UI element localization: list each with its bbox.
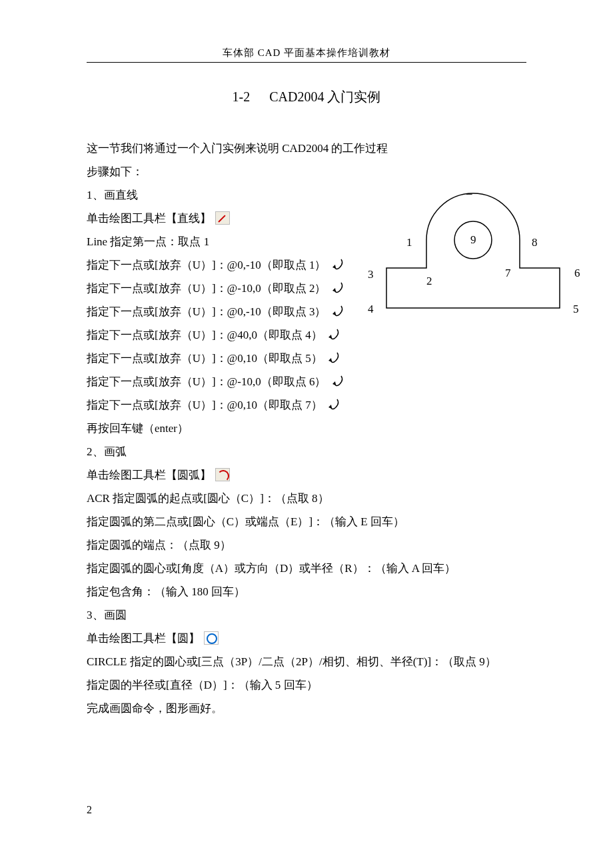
fig-label-1: 1 bbox=[406, 236, 412, 249]
step1-cmd3-text: 指定下一点或[放弃（U）]：@-10,0（即取点 2） bbox=[87, 282, 326, 295]
step2-cmd3: 指定圆弧的端点：（点取 9） bbox=[87, 533, 526, 557]
step2-toolbar-text: 单击绘图工具栏【圆弧】 bbox=[87, 469, 211, 481]
step1-cmd8-text: 指定下一点或[放弃（U）]：@0,10（即取点 7） bbox=[87, 399, 322, 411]
arc-tool-icon bbox=[215, 468, 230, 481]
step2-cmd1: ACR 指定圆弧的起点或[圆心（C）]：（点取 8） bbox=[87, 487, 526, 510]
fig-label-8: 8 bbox=[532, 236, 538, 249]
fig-label-dash: – bbox=[466, 187, 472, 200]
page-number: 2 bbox=[87, 804, 92, 816]
step3-cmd1: CIRCLE 指定的圆心或[三点（3P）/二点（2P）/相切、相切、半径(T)]… bbox=[87, 650, 526, 673]
step2-cmd5: 指定包含角：（输入 180 回车） bbox=[87, 580, 526, 603]
step1-cmd5: 指定下一点或[放弃（U）]：@40,0（即取点 4） bbox=[87, 323, 526, 347]
enter-arrow-icon bbox=[326, 397, 341, 414]
fig-label-7: 7 bbox=[505, 267, 511, 280]
fig-label-3: 3 bbox=[368, 268, 374, 281]
section-title: 1-2 CAD2004 入门实例 bbox=[87, 88, 526, 106]
step2-heading: 2、画弧 bbox=[87, 440, 526, 463]
step1-cmd2-text: 指定下一点或[放弃（U）]：@0,-10（即取点 1） bbox=[87, 259, 326, 271]
step1-toolbar-text: 单击绘图工具栏【直线】 bbox=[87, 212, 211, 225]
step1-cmd6-text: 指定下一点或[放弃（U）]：@0,10（即取点 5） bbox=[87, 352, 322, 365]
intro-line: 这一节我们将通过一个入门实例来说明 CAD2004 的工作过程 bbox=[87, 137, 526, 160]
enter-arrow-icon bbox=[326, 327, 341, 344]
step2-toolbar: 单击绘图工具栏【圆弧】 bbox=[87, 463, 526, 487]
line-tool-icon bbox=[215, 211, 230, 225]
enter-arrow-icon bbox=[330, 373, 345, 391]
circle-tool-icon bbox=[204, 631, 219, 645]
step1-cmd4-text: 指定下一点或[放弃（U）]：@0,-10（即取点 3） bbox=[87, 305, 326, 318]
enter-arrow-icon bbox=[326, 350, 341, 367]
fig-label-2: 2 bbox=[426, 275, 432, 288]
section-title-text: CAD2004 入门实例 bbox=[269, 89, 380, 104]
step3-toolbar: 单击绘图工具栏【圆】 bbox=[87, 627, 526, 650]
cad-figure: – 1 2 3 4 5 6 7 8 9 bbox=[340, 181, 593, 321]
steps-label: 步骤如下： bbox=[87, 160, 526, 183]
step1-cmd7-text: 指定下一点或[放弃（U）]：@-10,0（即取点 6） bbox=[87, 375, 326, 388]
step1-enter: 再按回车键（enter） bbox=[87, 417, 526, 440]
step3-done: 完成画圆命令，图形画好。 bbox=[87, 697, 526, 720]
cad-drawing-svg bbox=[340, 181, 593, 321]
step3-toolbar-text: 单击绘图工具栏【圆】 bbox=[87, 632, 200, 645]
step1-cmd6: 指定下一点或[放弃（U）]：@0,10（即取点 5） bbox=[87, 347, 526, 370]
section-number: 1-2 bbox=[233, 89, 251, 104]
fig-label-5: 5 bbox=[573, 303, 579, 316]
step3-cmd2: 指定圆的半径或[直径（D）]：（输入 5 回车） bbox=[87, 673, 526, 697]
header-text: 车体部 CAD 平面基本操作培训教材 bbox=[87, 47, 526, 59]
step2-cmd4: 指定圆弧的圆心或[角度（A）或方向（D）或半径（R）：（输入 A 回车） bbox=[87, 557, 526, 580]
step3-heading: 3、画圆 bbox=[87, 603, 526, 627]
fig-label-9: 9 bbox=[470, 233, 476, 247]
header-rule bbox=[87, 62, 526, 63]
page-container: 车体部 CAD 平面基本操作培训教材 1-2 CAD2004 入门实例 这一节我… bbox=[0, 0, 613, 720]
fig-label-4: 4 bbox=[368, 303, 374, 316]
step1-cmd7: 指定下一点或[放弃（U）]：@-10,0（即取点 6） bbox=[87, 370, 526, 393]
step1-cmd8: 指定下一点或[放弃（U）]：@0,10（即取点 7） bbox=[87, 393, 526, 417]
step1-cmd5-text: 指定下一点或[放弃（U）]：@40,0（即取点 4） bbox=[87, 329, 322, 341]
step2-cmd2: 指定圆弧的第二点或[圆心（C）或端点（E）]：（输入 E 回车） bbox=[87, 510, 526, 533]
fig-label-6: 6 bbox=[574, 267, 580, 280]
